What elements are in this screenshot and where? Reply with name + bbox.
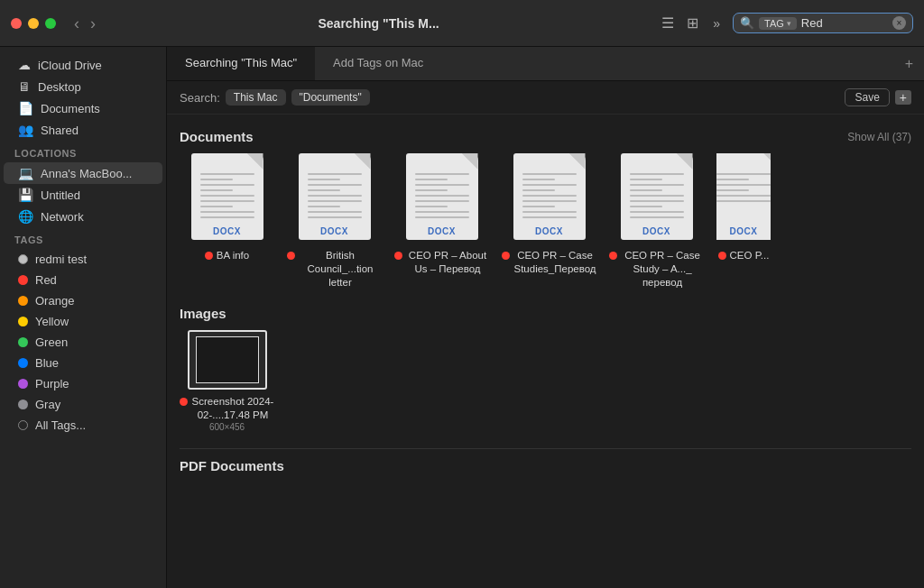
documents-button[interactable]: "Documents": [291, 89, 370, 106]
images-section-title: Images: [180, 306, 226, 321]
tabs-row: Searching "This Mac" Add Tags on Mac +: [167, 47, 924, 81]
tag-color-dot: [18, 254, 28, 264]
content-area: Searching "This Mac" Add Tags on Mac + S…: [167, 47, 924, 588]
nav-forward-button[interactable]: ›: [87, 14, 99, 33]
pdf-section: PDF Documents: [180, 448, 911, 473]
tag-label: Purple: [35, 377, 69, 390]
pdf-section-title: PDF Documents: [180, 458, 284, 473]
network-icon: 🌐: [18, 209, 33, 224]
docx-label: DOCX: [299, 226, 371, 236]
tag-label: Orange: [35, 294, 74, 308]
sidebar-item-tag-red[interactable]: Red: [4, 270, 162, 290]
file-item[interactable]: Screenshot 2024-02-....17.48 PM 600×456: [180, 330, 274, 432]
red-tag-dot: [394, 252, 402, 260]
file-item[interactable]: DOCX CEO PR – Case Studies_Перевод: [502, 153, 596, 289]
results-scroll-area[interactable]: Documents Show All (37): [167, 115, 924, 588]
file-name: CEO PR – Case Studies_Перевод: [502, 249, 596, 276]
save-search-button[interactable]: Save: [845, 88, 889, 106]
tab-add-tags[interactable]: Add Tags on Mac: [315, 47, 441, 80]
locations-label: Locations: [0, 141, 166, 162]
file-dimensions: 600×456: [209, 422, 245, 432]
tag-color-dot: [18, 379, 28, 389]
sidebar-item-tag-yellow[interactable]: Yellow: [4, 311, 162, 332]
images-file-grid: Screenshot 2024-02-....17.48 PM 600×456: [180, 330, 911, 432]
save-search-plus-button[interactable]: +: [895, 90, 911, 105]
sidebar-item-label: Network: [41, 210, 84, 224]
sidebar-item-tag-redmi[interactable]: redmi test: [4, 249, 162, 270]
docx-label: DOCX: [621, 226, 693, 236]
sidebar-item-tag-green[interactable]: Green: [4, 332, 162, 353]
sidebar-item-label: Untitled: [41, 188, 80, 202]
file-item[interactable]: DOCX British Council_...tion letter: [287, 153, 382, 289]
tag-color-dot: [18, 337, 28, 347]
documents-file-grid: DOCX BA info: [180, 153, 911, 289]
maximize-button[interactable]: [45, 18, 56, 29]
docx-label: DOCX: [716, 226, 771, 236]
images-section-header: Images: [180, 306, 911, 321]
close-button[interactable]: [11, 18, 22, 29]
file-name: BA info: [205, 249, 249, 262]
window-title: Searching "This M...: [106, 16, 651, 31]
sidebar-item-icloud-drive[interactable]: ☁ iCloud Drive: [4, 54, 162, 76]
screenshot-thumbnail: [188, 330, 267, 390]
sidebar-item-untitled[interactable]: 💾 Untitled: [4, 184, 162, 206]
file-name: CEO PR – About Us – Перевод: [394, 249, 489, 276]
file-item[interactable]: DOCX CEO PR – About Us – Перевод: [394, 153, 489, 289]
this-mac-button[interactable]: This Mac: [226, 89, 286, 106]
search-bar: 🔍 TAG ▾ Red ×: [733, 13, 913, 33]
show-all-documents-button[interactable]: Show All (37): [847, 131, 911, 143]
file-item[interactable]: DOCX CEO PR – Case Study – A..._ перевод: [609, 153, 704, 289]
list-view-icon[interactable]: ☰: [658, 13, 678, 33]
file-item[interactable]: DOCX BA info: [180, 153, 274, 289]
docx-icon: DOCX: [188, 153, 267, 243]
search-clear-button[interactable]: ×: [892, 16, 906, 30]
sidebar-item-tag-blue[interactable]: Blue: [4, 353, 162, 373]
search-icon: 🔍: [740, 16, 754, 30]
red-tag-dot: [609, 252, 617, 260]
sidebar-item-shared[interactable]: 👥 Shared: [4, 119, 162, 141]
file-name: British Council_...tion letter: [287, 249, 382, 289]
macbook-icon: 💻: [18, 166, 33, 180]
tag-color-dot: [18, 275, 28, 285]
titlebar: ‹ › Searching "This M... ☰ ⊞ » 🔍 TAG ▾ R…: [0, 0, 924, 47]
sidebar-item-documents[interactable]: 📄 Documents: [4, 97, 162, 119]
docx-label: DOCX: [406, 226, 478, 236]
tag-label: redmi test: [35, 253, 87, 266]
tab-add-button[interactable]: +: [894, 47, 924, 80]
nav-buttons: ‹ ›: [70, 14, 99, 33]
sidebar-item-all-tags[interactable]: All Tags...: [4, 415, 162, 436]
sidebar-item-macbook[interactable]: 💻 Anna's MacBoo...: [4, 162, 162, 184]
tag-chevron-icon: ▾: [787, 19, 791, 28]
docx-label: DOCX: [191, 226, 263, 236]
tag-color-dot: [18, 358, 28, 368]
tag-color-dot: [18, 317, 28, 326]
tag-filter-pill[interactable]: TAG ▾: [759, 17, 797, 30]
sidebar-item-label: Desktop: [38, 80, 81, 94]
sidebar-item-label: iCloud Drive: [38, 59, 102, 72]
tag-label: Blue: [35, 356, 59, 370]
red-tag-dot: [287, 252, 295, 260]
sidebar-item-network[interactable]: 🌐 Network: [4, 206, 162, 227]
pdf-section-header: PDF Documents: [180, 448, 911, 473]
file-name: Screenshot 2024-02-....17.48 PM: [180, 395, 274, 422]
sidebar-item-tag-gray[interactable]: Gray: [4, 394, 162, 415]
sidebar-item-tag-purple[interactable]: Purple: [4, 373, 162, 394]
docx-icon: DOCX: [510, 153, 589, 243]
red-tag-dot: [502, 252, 510, 260]
docx-icon: DOCX: [295, 153, 374, 243]
toolbar-icons: ☰ ⊞ »: [658, 13, 725, 33]
sidebar-item-tag-orange[interactable]: Orange: [4, 290, 162, 311]
search-query: Red: [801, 16, 888, 30]
grid-view-icon[interactable]: ⊞: [683, 13, 702, 33]
file-item[interactable]: DOCX CEO P...: [716, 153, 771, 289]
docx-icon: DOCX: [716, 153, 771, 243]
minimize-button[interactable]: [28, 18, 39, 29]
images-section: Images Screenshot 2024-02-....17.48 PM 6…: [180, 306, 911, 432]
nav-back-button[interactable]: ‹: [70, 14, 83, 33]
tag-color-dot: [18, 420, 28, 430]
sidebar-item-desktop[interactable]: 🖥 Desktop: [4, 76, 162, 97]
docx-label: DOCX: [513, 226, 586, 236]
search-options-bar: Search: This Mac "Documents" Save +: [167, 81, 924, 115]
tab-searching-this-mac[interactable]: Searching "This Mac": [167, 47, 315, 80]
more-options-button[interactable]: »: [707, 14, 725, 32]
